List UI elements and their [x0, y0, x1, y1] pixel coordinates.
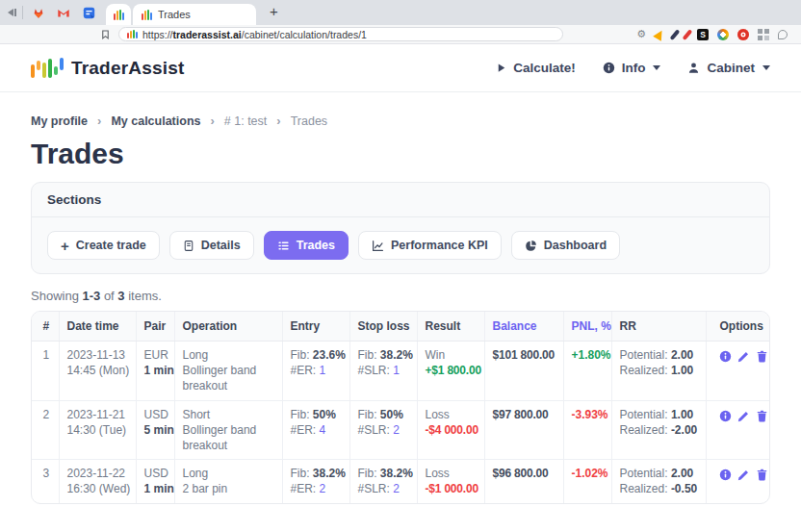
row-number: 2	[32, 400, 59, 460]
col-entry: Entry	[282, 312, 349, 342]
col-pair: Pair	[136, 312, 174, 342]
options-cell	[706, 400, 770, 460]
chat-bubble-icon[interactable]	[778, 30, 788, 39]
app-header: TraderAssist Calculate! Info Cabinet	[0, 44, 801, 92]
nav-calculate[interactable]: Calculate!	[496, 61, 576, 75]
options-cell	[706, 342, 770, 401]
pnl-cell: -3.93%	[563, 400, 611, 460]
traderassist-bars-icon	[31, 56, 64, 81]
info-circle-icon[interactable]	[719, 410, 732, 422]
nav-info[interactable]: Info	[603, 61, 661, 75]
entry-cell: Fib: 38.2%#ER: 2	[282, 460, 349, 503]
er-link[interactable]: 4	[320, 423, 326, 437]
traderassist-bars-icon	[142, 10, 152, 20]
header-nav: Calculate! Info Cabinet	[496, 61, 770, 75]
rr-cell: Potential: 2.00Realized: 1.00	[611, 342, 706, 401]
active-tab[interactable]: Trades	[133, 4, 256, 25]
clock-icon[interactable]	[717, 29, 729, 40]
pencil-icon[interactable]	[737, 469, 750, 481]
page-title: Trades	[31, 138, 770, 170]
pair-cell: USD5 min	[136, 400, 174, 460]
chevron-down-icon	[653, 65, 660, 70]
info-circle-icon[interactable]	[719, 350, 732, 363]
blocks-icon[interactable]	[758, 29, 762, 34]
col-balance-sort[interactable]: Balance	[484, 312, 563, 342]
sections-title: Sections	[32, 183, 769, 217]
stop-loss-cell: Fib: 50%#SLR: 2	[349, 400, 417, 460]
blue-app-icon[interactable]	[79, 0, 98, 25]
extensions-row: ⚙ S	[636, 28, 788, 40]
er-link[interactable]: 2	[320, 482, 326, 495]
nav-cabinet[interactable]: Cabinet	[687, 61, 770, 75]
result-cell: Loss-$1 000.00	[417, 460, 484, 503]
gmail-icon[interactable]	[54, 0, 73, 25]
rr-cell: Potential: 1.00Realized: -2.00	[611, 400, 706, 460]
gitlab-icon[interactable]	[29, 0, 48, 25]
breadcrumb-separator: ›	[210, 114, 214, 128]
entry-cell: Fib: 23.6%#ER: 1	[282, 342, 349, 401]
red-pen-icon[interactable]	[682, 29, 691, 39]
options-cell	[706, 460, 770, 503]
chart-line-icon	[372, 240, 384, 252]
create-trade-button[interactable]: + Create trade	[47, 231, 160, 260]
row-number: 3	[32, 460, 59, 503]
performance-kpi-button[interactable]: Performance KPI	[358, 231, 502, 260]
play-icon	[496, 63, 506, 73]
brand-logo[interactable]: TraderAssist	[31, 56, 185, 81]
list-icon	[277, 240, 290, 252]
pinned-tab-traderassist[interactable]	[106, 4, 131, 25]
col-operation: Operation	[174, 312, 282, 342]
pnl-cell: +1.80%	[563, 342, 611, 401]
stop-loss-cell: Fib: 38.2%#SLR: 1	[349, 342, 417, 401]
address-bar[interactable]: https://traderassist.ai/cabinet/calculat…	[118, 27, 563, 41]
pencil-icon[interactable]	[737, 410, 750, 422]
date-time-cell: 2023-11-2114:30 (Tue)	[59, 400, 136, 460]
balance-cell: $96 800.00	[484, 460, 563, 503]
red-circle-icon[interactable]	[737, 29, 749, 40]
plus-icon: +	[61, 239, 69, 253]
entry-cell: Fib: 50%#ER: 4	[282, 400, 349, 460]
bookmark-icon[interactable]	[100, 29, 111, 40]
orange-wedge-icon[interactable]	[653, 28, 666, 41]
dark-pen-icon[interactable]	[670, 29, 680, 39]
operation-cell: Long2 bar pin	[174, 460, 282, 503]
items-summary: Showing 1-3 of 3 items.	[31, 289, 770, 303]
page-content: My profile › My calculations › # 1: test…	[0, 114, 801, 504]
tab-title: Trades	[158, 9, 191, 20]
info-circle-icon[interactable]	[719, 469, 732, 481]
trash-icon[interactable]	[756, 410, 768, 422]
brand-name: TraderAssist	[71, 58, 185, 79]
er-link[interactable]: 1	[320, 364, 326, 377]
trash-icon[interactable]	[756, 350, 768, 363]
pair-cell: USD1 min	[136, 460, 174, 503]
col-pnl-sort[interactable]: PNL, %	[563, 312, 611, 342]
trades-table: # Date time Pair Operation Entry Stop lo…	[31, 311, 770, 504]
details-button[interactable]: Details	[169, 231, 254, 260]
back-icon[interactable]	[8, 9, 16, 16]
trash-icon[interactable]	[756, 469, 768, 481]
col-rr: RR	[611, 312, 706, 342]
col-options: Options	[706, 312, 770, 342]
breadcrumb-my-calculations[interactable]: My calculations	[111, 114, 200, 128]
new-tab-button[interactable]: +	[270, 2, 278, 21]
result-cell: Loss-$4 000.00	[417, 400, 484, 460]
slr-link[interactable]: 2	[393, 482, 400, 495]
slr-link[interactable]: 1	[393, 364, 400, 377]
pencil-icon[interactable]	[737, 350, 750, 363]
trades-button[interactable]: Trades	[264, 231, 349, 260]
dashboard-button[interactable]: Dashboard	[511, 231, 620, 260]
row-number: 1	[32, 342, 59, 401]
slr-link[interactable]: 2	[393, 423, 400, 437]
breadcrumb-my-profile[interactable]: My profile	[31, 114, 88, 128]
s-badge-icon[interactable]: S	[697, 29, 709, 40]
breadcrumb-separator: ›	[276, 114, 280, 128]
traderassist-bars-icon	[127, 30, 138, 38]
col-date-time: Date time	[59, 312, 136, 342]
table-header-row: # Date time Pair Operation Entry Stop lo…	[32, 312, 770, 342]
gear-icon[interactable]: ⚙	[636, 28, 646, 40]
breadcrumb: My profile › My calculations › # 1: test…	[31, 114, 770, 128]
table-row: 2 2023-11-2114:30 (Tue) USD5 min ShortBo…	[32, 400, 770, 460]
breadcrumb-calculation: # 1: test	[224, 114, 267, 128]
result-cell: Win+$1 800.00	[417, 342, 484, 401]
sections-card: Sections + Create trade Details Trades	[31, 182, 770, 274]
